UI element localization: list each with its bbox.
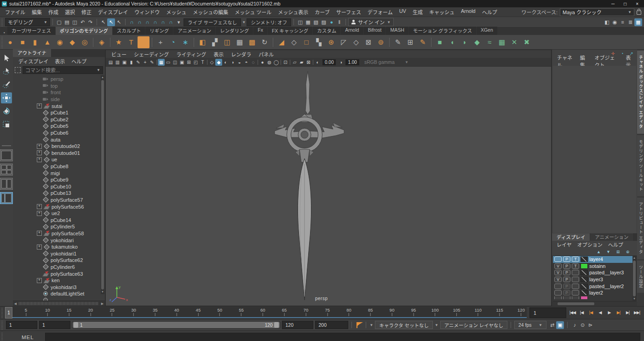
outliner-item-yokohidari[interactable]: yokohidari: [13, 237, 105, 244]
viewport-menu-0[interactable]: ビュー: [108, 51, 130, 58]
playback-loop-icon[interactable]: ⇄: [548, 321, 556, 329]
undo-icon[interactable]: ↶: [79, 18, 86, 26]
open-cube-icon[interactable]: □: [300, 36, 312, 48]
template-toggle[interactable]: T: [572, 256, 579, 262]
image-plane-icon[interactable]: ✎: [135, 59, 142, 66]
go-to-start-button[interactable]: |◀◀: [568, 308, 577, 317]
menu-13[interactable]: デフォーム: [364, 8, 396, 16]
layer-horizontal-scrollbar[interactable]: [552, 301, 637, 306]
scroll-down-icon[interactable]: ▼: [101, 290, 104, 294]
snap-to-projected-center-icon[interactable]: ∩: [151, 18, 159, 26]
outliner-item-pCube13[interactable]: pCube13: [13, 190, 105, 197]
outliner-item-berutoude01[interactable]: +berutoude01: [13, 150, 105, 157]
drag-grip[interactable]: [0, 332, 4, 341]
layer-menu-1[interactable]: オプション: [575, 241, 605, 248]
chevron-down-icon[interactable]: ▼: [242, 20, 246, 24]
subdivide-grid-icon[interactable]: ▦: [234, 36, 246, 48]
expand-toggle[interactable]: +: [37, 144, 42, 149]
sidebar-tab-3[interactable]: ツール設定: [637, 261, 644, 293]
render-view-icon[interactable]: ◫: [296, 18, 304, 26]
menu-9[interactable]: メッシュ ツール: [231, 8, 275, 16]
isolate-select-icon[interactable]: ⊡: [282, 59, 289, 66]
menu-4[interactable]: 修正: [78, 8, 95, 16]
visibility-toggle[interactable]: [554, 296, 562, 299]
bookmark-flag-icon[interactable]: [356, 322, 361, 328]
four-pane-layout-button[interactable]: [0, 164, 13, 176]
cached-playback-icon[interactable]: ⊙: [579, 321, 586, 329]
visibility-toggle[interactable]: V: [554, 277, 562, 282]
viewport-3d-view[interactable]: y x z persp: [106, 67, 551, 306]
outliner-item-polySurface57[interactable]: polySurface57: [13, 197, 105, 204]
menu-17[interactable]: Arnold: [458, 8, 479, 16]
outliner-tab[interactable]: アウトライナ: [13, 49, 51, 57]
create-empty-layer-icon[interactable]: ⊞: [615, 249, 621, 255]
retopologize-icon[interactable]: ▦: [496, 36, 508, 48]
outliner-menu-0[interactable]: ディスプレイ: [16, 57, 51, 65]
safe-action-icon[interactable]: ◰: [192, 59, 199, 66]
outliner-item-pCube8[interactable]: pCube8: [13, 163, 105, 170]
shelf-tab-6[interactable]: Fx: [253, 27, 267, 35]
playback-range-bar[interactable]: 1 120: [73, 322, 280, 328]
tool-settings-toggle-icon[interactable]: ▦: [634, 18, 642, 26]
rotate-tool[interactable]: [1, 106, 12, 117]
outliner-item-yokohidari3[interactable]: yokohidari3: [13, 284, 105, 290]
gamma-field[interactable]: 1.00: [345, 59, 359, 65]
super-shape-icon[interactable]: ★: [113, 36, 125, 48]
menu-11[interactable]: カーブ: [311, 8, 333, 16]
playback-start-field[interactable]: 1: [39, 321, 70, 329]
layer-color-swatch[interactable]: [581, 284, 588, 289]
visibility-toggle[interactable]: V: [554, 270, 562, 275]
shelf-tab-3[interactable]: リギング: [145, 27, 173, 35]
poly-cylinder-icon[interactable]: ▮: [29, 36, 41, 48]
stack-faces-icon[interactable]: ◇: [288, 36, 300, 48]
drag-grip[interactable]: [0, 18, 4, 26]
xray-icon[interactable]: ▱: [291, 59, 298, 66]
shaded-display-icon[interactable]: ◆: [215, 59, 222, 66]
template-toggle[interactable]: [572, 284, 579, 289]
set-current-time-icon[interactable]: ◔: [167, 36, 179, 48]
drag-grip[interactable]: [0, 307, 4, 318]
mirror-geometry-icon[interactable]: ◫: [221, 36, 233, 48]
2d-pan-zoom-icon[interactable]: +: [142, 59, 149, 66]
motion-blur-icon[interactable]: ◌: [250, 59, 257, 66]
outliner-item-defaultLightSet[interactable]: defaultLightSet: [13, 290, 105, 297]
playback-toggle[interactable]: P: [563, 284, 570, 289]
outliner-horizontal-scrollbar[interactable]: ◀ ▶: [13, 301, 105, 306]
scrollbar-thumb[interactable]: [19, 302, 99, 305]
camera-attributes-icon[interactable]: ▣: [121, 59, 128, 66]
poly-cone-icon[interactable]: ▲: [41, 36, 53, 48]
lasso-select-tool[interactable]: [1, 66, 12, 77]
visibility-toggle[interactable]: [554, 284, 562, 289]
chevron-down-icon[interactable]: ▼: [435, 323, 438, 327]
outliner-item-top[interactable]: top: [13, 83, 105, 90]
shelf-tab-1[interactable]: ポリゴンのモデリング: [56, 27, 112, 35]
range-slider-track[interactable]: 1 120: [72, 321, 280, 329]
template-toggle[interactable]: [572, 277, 579, 282]
live-surface-field[interactable]: ライブ サーフェスなし: [184, 18, 241, 26]
film-gate-icon[interactable]: ▭: [165, 59, 172, 66]
sidebar-tab-2[interactable]: アトリビュート エディタ: [637, 198, 644, 259]
character-controls-toggle-icon[interactable]: ◉: [611, 18, 619, 26]
outliner-item-auta[interactable]: auta: [13, 136, 105, 143]
menu-15[interactable]: 生成: [409, 8, 426, 16]
outliner-item-pCube6[interactable]: pCube6: [13, 130, 105, 136]
separate-icon[interactable]: ✖: [521, 36, 533, 48]
symmetry-field[interactable]: シンメトリ: オフ: [247, 18, 291, 26]
template-toggle[interactable]: [572, 290, 579, 296]
menu-1[interactable]: 編集: [29, 8, 45, 16]
visibility-toggle[interactable]: [554, 256, 562, 262]
outliner-item-yokohidari1[interactable]: yokohidari1: [13, 250, 105, 257]
all-lights-icon[interactable]: ◑: [229, 59, 236, 66]
poly-plane-icon[interactable]: ◆: [66, 36, 78, 48]
textured-display-icon[interactable]: ◐: [222, 59, 229, 66]
visibility-toggle[interactable]: V: [554, 263, 562, 269]
two-pane-layout-button[interactable]: [0, 178, 13, 190]
expand-toggle[interactable]: +: [37, 278, 42, 283]
outliner-item-persp[interactable]: persp: [13, 76, 105, 83]
drag-grip[interactable]: [0, 36, 4, 48]
outliner-item-ue[interactable]: +ue: [13, 156, 105, 163]
menu-8[interactable]: メッシュの編集: [190, 8, 231, 16]
viewport-menu-1[interactable]: シェーディング: [130, 51, 172, 58]
outliner-item-pCube2[interactable]: pCube2: [13, 116, 105, 123]
poly-disc-icon[interactable]: ◎: [79, 36, 91, 48]
